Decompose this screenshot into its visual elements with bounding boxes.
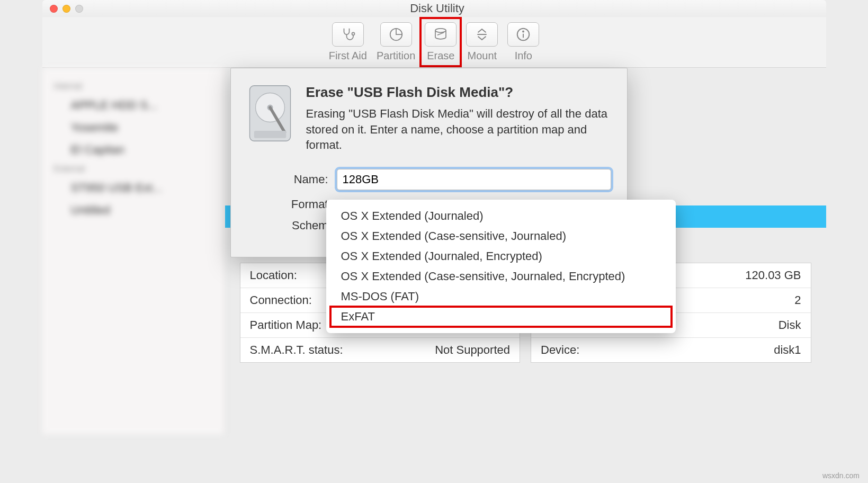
info-label: Connection:	[250, 293, 312, 307]
sidebar-volume[interactable]: Yosemite	[42, 117, 225, 139]
format-option-exfat[interactable]: ExFAT	[326, 307, 676, 327]
info-label: Location:	[250, 269, 297, 282]
toolbar-label: Partition	[377, 50, 415, 62]
toolbar-label: First Aid	[329, 50, 367, 62]
content-pane: Erase "USB Flash Disk Media"? Erasing "U…	[225, 68, 826, 434]
erase-dialog: Erase "USB Flash Disk Media"? Erasing "U…	[230, 68, 628, 257]
toolbar-label: Erase	[427, 50, 454, 62]
erase-icon	[425, 22, 457, 47]
name-label: Name:	[247, 173, 337, 186]
format-dropdown[interactable]: OS X Extended (Journaled) OS X Extended …	[326, 200, 676, 333]
info-value: Not Supported	[435, 343, 510, 357]
stethoscope-icon	[332, 22, 364, 47]
svg-rect-9	[254, 131, 286, 138]
info-value: 2	[794, 293, 801, 307]
erase-button[interactable]: Erase	[425, 22, 457, 62]
info-label: Partition Map:	[250, 318, 322, 332]
sidebar-disk[interactable]: APPLE HDD S...	[42, 94, 225, 117]
info-value: disk1	[774, 343, 801, 357]
name-input[interactable]	[337, 169, 611, 190]
sidebar-volume[interactable]: El Capitan	[42, 139, 225, 161]
dialog-description: Erasing "USB Flash Disk Media" will dest…	[306, 106, 611, 153]
format-option[interactable]: OS X Extended (Case-sensitive, Journaled…	[326, 266, 676, 287]
watermark: wsxdn.com	[822, 471, 860, 480]
close-window-button[interactable]	[50, 5, 58, 13]
sidebar-disk[interactable]: ST950 USB Ext...	[42, 177, 225, 199]
sidebar-section: External	[42, 161, 225, 177]
zoom-window-button[interactable]	[75, 5, 83, 13]
scheme-label: Schem	[247, 219, 337, 232]
info-button[interactable]: Info	[507, 22, 539, 62]
disk-utility-window: Disk Utility First Aid Partition Erase M…	[42, 0, 826, 434]
mount-button[interactable]: Mount	[466, 22, 498, 62]
svg-point-5	[523, 31, 524, 32]
pie-icon	[380, 22, 412, 47]
window-title: Disk Utility	[88, 2, 787, 15]
format-option[interactable]: OS X Extended (Case-sensitive, Journaled…	[326, 226, 676, 246]
sidebar-volume[interactable]: Untitled	[42, 199, 225, 221]
mount-icon	[466, 22, 498, 47]
info-label: Device:	[541, 343, 579, 357]
toolbar-label: Mount	[468, 50, 497, 62]
dialog-title: Erase "USB Flash Disk Media"?	[306, 84, 611, 101]
hard-drive-icon	[247, 84, 293, 142]
titlebar: Disk Utility	[42, 0, 826, 17]
format-label: Format	[247, 198, 337, 211]
svg-point-0	[352, 32, 354, 35]
info-icon	[507, 22, 539, 47]
format-option[interactable]: OS X Extended (Journaled, Encrypted)	[326, 246, 676, 266]
format-option[interactable]: OS X Extended (Journaled)	[326, 206, 676, 226]
toolbar: First Aid Partition Erase Mount Info	[42, 17, 826, 68]
partition-button[interactable]: Partition	[377, 22, 415, 62]
info-value: Disk	[778, 318, 801, 332]
toolbar-label: Info	[515, 50, 532, 62]
info-label: S.M.A.R.T. status:	[250, 343, 343, 357]
svg-point-2	[435, 29, 446, 33]
sidebar-section: Internal	[42, 78, 225, 94]
sidebar: Internal APPLE HDD S... Yosemite El Capi…	[42, 68, 225, 434]
format-option[interactable]: MS-DOS (FAT)	[326, 287, 676, 307]
info-value: 120.03 GB	[745, 269, 801, 282]
main-area: Internal APPLE HDD S... Yosemite El Capi…	[42, 68, 826, 434]
first-aid-button[interactable]: First Aid	[329, 22, 367, 62]
minimize-window-button[interactable]	[62, 5, 70, 13]
